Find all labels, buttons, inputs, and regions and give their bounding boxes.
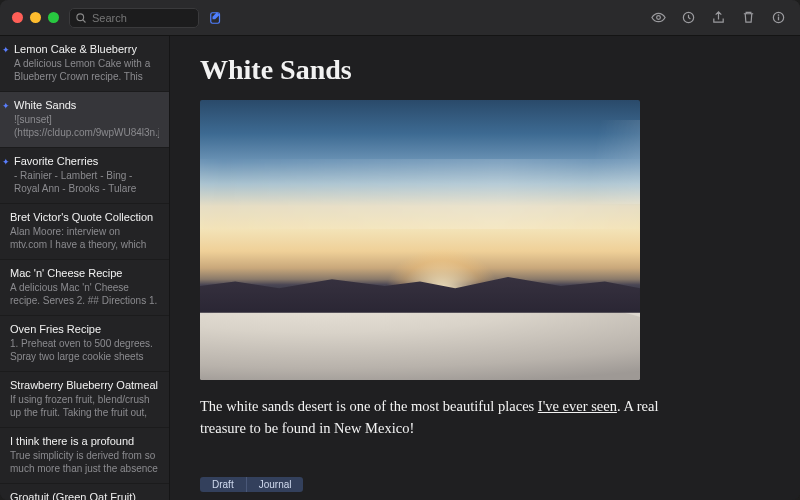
titlebar [0, 0, 800, 36]
trash-icon [741, 10, 756, 25]
svg-rect-7 [777, 17, 778, 21]
search-input[interactable] [69, 8, 199, 28]
info-button[interactable] [770, 10, 786, 26]
note-item[interactable]: Oven Fries Recipe1. Preheat oven to 500 … [0, 316, 169, 372]
close-icon[interactable] [12, 12, 23, 23]
note-item[interactable]: Strawberry Blueberry OatmealIf using fro… [0, 372, 169, 428]
note-preview: ![sunset](https://cldup.com/9wpWU84l3n.j… [14, 113, 159, 139]
info-icon [771, 10, 786, 25]
note-item[interactable]: Mac 'n' Cheese RecipeA delicious Mac 'n'… [0, 260, 169, 316]
note-preview: A delicious Lemon Cake with a Blueberry … [14, 57, 159, 83]
search-wrap [69, 8, 199, 28]
delete-button[interactable] [740, 10, 756, 26]
note-preview: A delicious Mac 'n' Cheese recipe. Serve… [10, 281, 159, 307]
note-preview: True simplicity is derived from so much … [10, 449, 159, 475]
svg-point-3 [656, 16, 660, 20]
note-item[interactable]: Groatuit (Green Oat Fruit)To make the fl… [0, 484, 169, 500]
note-title: Groatuit (Green Oat Fruit) [10, 491, 159, 500]
svg-point-6 [777, 14, 779, 16]
document-image [200, 100, 640, 380]
note-title: Strawberry Blueberry Oatmeal [10, 379, 159, 391]
note-item[interactable]: Bret Victor's Quote CollectionAlan Moore… [0, 204, 169, 260]
note-item[interactable]: Favorite Cherries- Rainier - Lambert - B… [0, 148, 169, 204]
app-window: Lemon Cake & BlueberryA delicious Lemon … [0, 0, 800, 500]
note-title: Bret Victor's Quote Collection [10, 211, 159, 223]
note-title: White Sands [14, 99, 159, 111]
window-controls [12, 12, 59, 23]
note-list[interactable]: Lemon Cake & BlueberryA delicious Lemon … [0, 36, 170, 500]
editor-pane: White Sands The white sands desert is on… [170, 36, 800, 500]
toolbar-actions [650, 10, 786, 26]
document: White Sands The white sands desert is on… [170, 36, 800, 477]
svg-point-0 [77, 13, 84, 20]
clock-icon [681, 10, 696, 25]
note-title: Oven Fries Recipe [10, 323, 159, 335]
note-title: Lemon Cake & Blueberry [14, 43, 159, 55]
note-item[interactable]: White Sands![sunset](https://cldup.com/9… [0, 92, 169, 148]
minimize-icon[interactable] [30, 12, 41, 23]
tag-journal[interactable]: Journal [247, 477, 304, 492]
note-preview: If using frozen fruit, blend/crush up th… [10, 393, 159, 419]
history-button[interactable] [680, 10, 696, 26]
note-preview: Alan Moore: interview on mtv.com I have … [10, 225, 159, 251]
note-item[interactable]: Lemon Cake & BlueberryA delicious Lemon … [0, 36, 169, 92]
document-title: White Sands [200, 54, 770, 86]
tag-bar: Draft Journal [170, 477, 800, 500]
tag-draft[interactable]: Draft [200, 477, 247, 492]
app-body: Lemon Cake & BlueberryA delicious Lemon … [0, 36, 800, 500]
note-preview: 1. Preheat oven to 500 degrees. Spray tw… [10, 337, 159, 363]
note-item[interactable]: I think there is a profoundTrue simplici… [0, 428, 169, 484]
note-title: Mac 'n' Cheese Recipe [10, 267, 159, 279]
note-title: I think there is a profound [10, 435, 159, 447]
share-icon [711, 10, 726, 25]
compose-icon [209, 11, 223, 25]
share-button[interactable] [710, 10, 726, 26]
sunset-image [200, 100, 640, 380]
note-title: Favorite Cherries [14, 155, 159, 167]
eye-icon [651, 10, 666, 25]
document-body[interactable]: The white sands desert is one of the mos… [200, 396, 700, 440]
preview-button[interactable] [650, 10, 666, 26]
note-preview: - Rainier - Lambert - Bing - Royal Ann -… [14, 169, 159, 195]
search-icon [75, 12, 87, 24]
compose-button[interactable] [205, 9, 227, 27]
svg-line-1 [83, 19, 86, 22]
zoom-icon[interactable] [48, 12, 59, 23]
